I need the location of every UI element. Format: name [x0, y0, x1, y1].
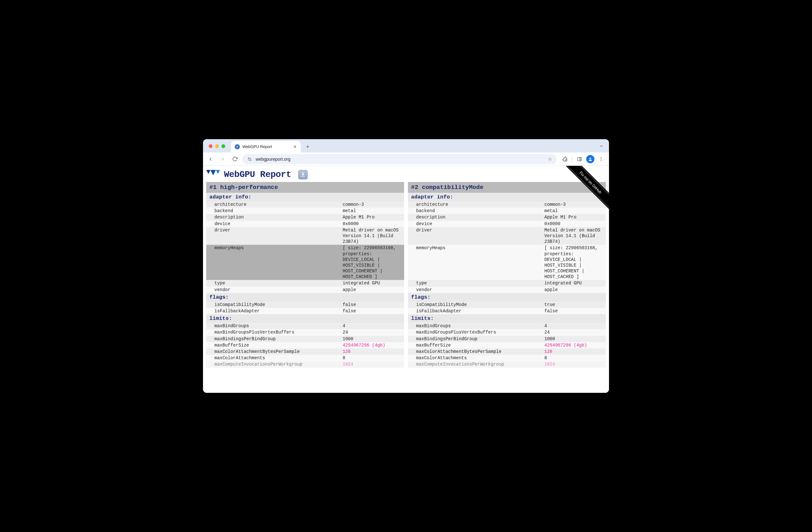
svg-point-1	[250, 160, 251, 160]
address-bar[interactable]: webgpureport.org ☆	[242, 154, 557, 164]
row-key: maxColorAttachmentBytesPerSample	[206, 349, 340, 355]
tab-bar: i WebGPU Report ✕ +	[203, 139, 609, 152]
table-row: maxBindGroups4	[206, 323, 404, 329]
table-row: maxColorAttachmentBytesPerSample128	[408, 349, 606, 355]
table-row: maxBindGroupsPlusVertexBuffers24	[408, 329, 606, 336]
row-value: Apple M1 Pro	[340, 214, 404, 220]
row-value: Metal driver on macOS Version 14.1 (Buil…	[542, 227, 606, 245]
row-value: apple	[542, 286, 606, 293]
new-tab-button[interactable]: +	[303, 142, 312, 151]
data-rows: maxBindGroups4maxBindGroupsPlusVertexBuf…	[408, 323, 606, 367]
toolbar-actions	[560, 154, 606, 164]
row-value: false	[542, 308, 606, 314]
tab-favicon: i	[235, 144, 240, 149]
table-row: isFallbackAdapterfalse	[408, 308, 606, 314]
row-key: maxColorAttachments	[408, 355, 542, 361]
table-row: maxColorAttachments8	[206, 355, 404, 361]
row-key: isCompatibilityMode	[408, 301, 542, 308]
bookmark-icon[interactable]: ☆	[548, 156, 552, 162]
tab-overflow-button[interactable]	[597, 142, 606, 151]
row-value: 4	[542, 323, 606, 329]
row-value: integrated GPU	[340, 280, 404, 286]
minimize-window-button[interactable]	[215, 144, 219, 148]
divider	[572, 156, 572, 162]
table-row: memoryHeaps[ size: 22906503168, properti…	[408, 245, 606, 280]
row-key: type	[408, 280, 542, 286]
browser-window: i WebGPU Report ✕ + webgpureport.org ☆	[203, 139, 609, 393]
row-key: backend	[206, 208, 340, 214]
svg-marker-12	[210, 170, 216, 175]
table-row: vendorapple	[408, 286, 606, 293]
github-ribbon-label: Fix me on GitHub	[563, 166, 609, 210]
download-button[interactable]	[298, 170, 308, 179]
table-row: isFallbackAdapterfalse	[206, 308, 404, 314]
close-window-button[interactable]	[209, 144, 213, 148]
page-content: Fix me on GitHub WebGPU Report #1 high-p…	[203, 166, 609, 393]
svg-marker-13	[216, 170, 220, 174]
row-key: maxComputeInvocationsPerWorkgroup	[408, 361, 542, 367]
row-value: 128	[340, 349, 404, 355]
row-value: 1000	[542, 336, 606, 342]
row-key: maxBindGroups	[206, 323, 340, 329]
table-row: vendorapple	[206, 286, 404, 293]
row-key: description	[206, 214, 340, 220]
row-key: memoryHeaps	[206, 245, 340, 280]
side-panel-icon[interactable]	[575, 154, 584, 164]
row-value: false	[340, 301, 404, 308]
row-key: vendor	[206, 286, 340, 293]
close-tab-button[interactable]: ✕	[293, 144, 297, 149]
github-ribbon[interactable]: Fix me on GitHub	[562, 166, 609, 213]
data-rows: isCompatibilityModetrueisFallbackAdapter…	[408, 301, 606, 314]
url-text: webgpureport.org	[256, 157, 291, 162]
row-value: 4	[340, 323, 404, 329]
forward-button[interactable]	[218, 155, 227, 164]
row-value: 8	[340, 355, 404, 361]
row-value: true	[542, 301, 606, 308]
table-row: maxColorAttachmentBytesPerSample128	[206, 349, 404, 355]
row-value: 8	[542, 355, 606, 361]
table-row: descriptionApple M1 Pro	[206, 214, 404, 220]
table-row: maxColorAttachments8	[408, 355, 606, 361]
table-row: maxBindGroups4	[408, 323, 606, 329]
row-key: device	[206, 221, 340, 227]
data-rows: architecturecommon-3backendmetaldescript…	[206, 201, 404, 293]
menu-icon[interactable]	[596, 154, 606, 164]
svg-rect-14	[301, 176, 305, 177]
site-info-icon[interactable]	[247, 156, 252, 162]
extensions-icon[interactable]	[560, 154, 569, 164]
adapter-panels: #1 high-performanceadapter info:architec…	[203, 182, 609, 389]
maximize-window-button[interactable]	[221, 144, 225, 148]
row-value: 128	[542, 349, 606, 355]
row-key: maxBindingsPerBindGroup	[408, 336, 542, 342]
svg-rect-6	[580, 157, 581, 161]
table-row: memoryHeaps[ size: 22906503168, properti…	[206, 245, 404, 280]
reload-button[interactable]	[230, 155, 239, 164]
row-key: description	[408, 214, 542, 220]
row-key: architecture	[206, 201, 340, 208]
row-key: device	[408, 221, 542, 227]
table-row: maxBindingsPerBindGroup1000	[206, 336, 404, 342]
section-title: limits:	[206, 314, 404, 323]
profile-avatar[interactable]	[586, 155, 594, 163]
table-row: device0x0000	[408, 221, 606, 227]
adapter-panel: #1 high-performanceadapter info:architec…	[206, 182, 404, 386]
svg-point-7	[590, 158, 591, 159]
browser-tab[interactable]: i WebGPU Report ✕	[231, 141, 301, 152]
table-row: typeintegrated GPU	[408, 280, 606, 286]
section-title: adapter info:	[206, 193, 404, 201]
row-key: vendor	[408, 286, 542, 293]
back-button[interactable]	[206, 155, 215, 164]
data-rows: maxBindGroups4maxBindGroupsPlusVertexBuf…	[206, 323, 404, 367]
table-row: isCompatibilityModefalse	[206, 301, 404, 308]
row-value: 24	[542, 329, 606, 336]
row-value: 24	[340, 329, 404, 336]
row-value: integrated GPU	[542, 280, 606, 286]
row-key: maxColorAttachmentBytesPerSample	[408, 349, 542, 355]
table-row: device0x0000	[206, 221, 404, 227]
row-key: driver	[408, 227, 542, 245]
table-row: driverMetal driver on macOS Version 14.1…	[206, 227, 404, 245]
table-row: maxBufferSize4294967296 (4gb)	[206, 342, 404, 349]
traffic-lights	[209, 144, 225, 148]
table-row: isCompatibilityModetrue	[408, 301, 606, 308]
svg-point-8	[601, 157, 602, 158]
